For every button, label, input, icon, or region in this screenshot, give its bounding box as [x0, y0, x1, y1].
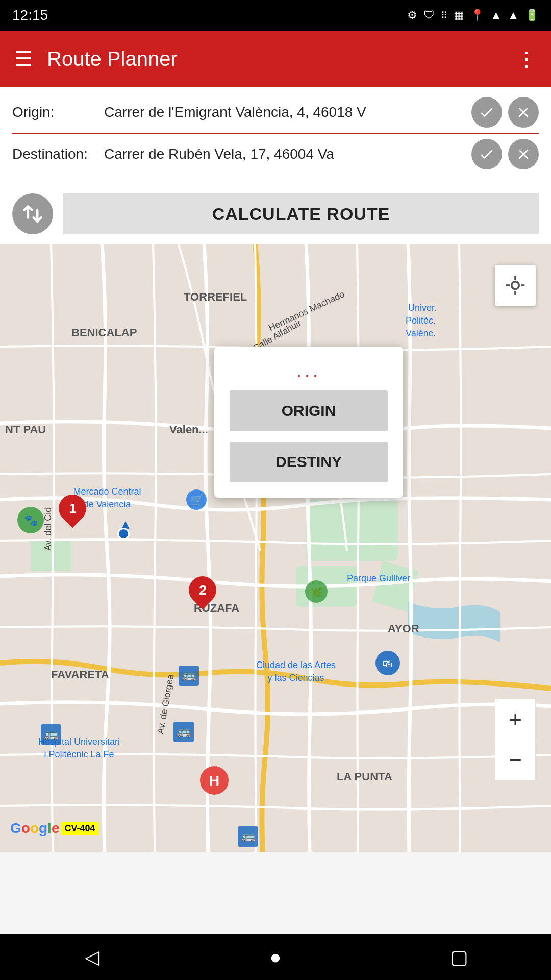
svg-text:🚌: 🚌 [182, 668, 196, 682]
svg-text:BENICALAP: BENICALAP [71, 326, 137, 339]
close-icon [515, 104, 532, 120]
home-nav-button[interactable]: ● [255, 937, 296, 977]
bottom-nav: ◁ ● ▢ [0, 934, 551, 980]
origin-row: Origin: [12, 97, 539, 134]
home-icon: ● [270, 946, 282, 968]
cv-badge: CV-404 [61, 822, 98, 835]
svg-text:Valènc.: Valènc. [406, 328, 436, 338]
svg-text:Ciudad de las Artes: Ciudad de las Artes [256, 660, 336, 670]
recents-icon: ▢ [450, 946, 468, 968]
status-icons: ⚙ 🛡 ⠿ ▦ 📍 ▲ ▲ 🔋 [407, 9, 539, 22]
svg-text:i Politècnic La Fe: i Politècnic La Fe [44, 749, 114, 760]
svg-text:H: H [209, 773, 219, 789]
destination-confirm-button[interactable] [471, 139, 502, 169]
svg-text:Valen...: Valen... [169, 423, 208, 436]
origin-clear-button[interactable] [508, 97, 539, 128]
popup-origin-button[interactable]: ORIGIN [230, 390, 388, 431]
destination-label: Destination: [12, 146, 104, 162]
svg-text:FAVARETA: FAVARETA [51, 668, 109, 681]
location-status-icon: 📍 [470, 9, 484, 22]
status-bar: 12:15 ⚙ 🛡 ⠿ ▦ 📍 ▲ ▲ 🔋 [0, 0, 551, 31]
destination-input[interactable] [104, 146, 465, 162]
svg-text:Av. del Cid: Av. del Cid [43, 507, 53, 551]
sim-icon: ▦ [454, 9, 464, 22]
shield-icon: 🛡 [423, 9, 435, 22]
svg-text:🐾: 🐾 [24, 513, 38, 527]
marker-1-number: 1 [69, 501, 76, 517]
network-icon: ⠿ [441, 10, 447, 21]
svg-text:🛍: 🛍 [383, 658, 393, 669]
battery-icon: 🔋 [525, 9, 539, 22]
route-controls: CALCULATE ROUTE [0, 185, 551, 244]
swap-button[interactable] [12, 193, 53, 234]
crosshair-icon [504, 274, 527, 297]
more-options-icon[interactable]: ⋮ [516, 47, 537, 70]
swap-icon [21, 203, 44, 225]
svg-text:Parque Gulliver: Parque Gulliver [347, 573, 410, 583]
map-background: BENICALAP TORREFIEL NT PAU RUZAFA FAVARE… [0, 244, 551, 852]
svg-rect-1 [306, 500, 398, 561]
svg-point-46 [512, 282, 519, 289]
recents-nav-button[interactable]: ▢ [439, 937, 480, 977]
svg-text:🚌: 🚌 [241, 829, 256, 843]
back-icon: ◁ [85, 946, 99, 968]
app-bar: ☰ Route Planner ⋮ [0, 31, 551, 87]
app-title: Route Planner [47, 47, 502, 70]
svg-text:Politèc.: Politèc. [406, 315, 436, 326]
close-icon [515, 146, 532, 162]
origin-confirm-button[interactable] [471, 97, 502, 128]
map-popup: ... ORIGIN DESTINY [214, 347, 403, 498]
calculate-route-button[interactable]: CALCULATE ROUTE [63, 193, 539, 234]
map-container[interactable]: BENICALAP TORREFIEL NT PAU RUZAFA FAVARE… [0, 244, 551, 852]
my-location-button[interactable] [495, 265, 536, 306]
destination-row: Destination: [12, 139, 539, 175]
status-time: 12:15 [12, 7, 48, 23]
destination-clear-button[interactable] [508, 139, 539, 169]
svg-text:TORREFIEL: TORREFIEL [184, 290, 247, 303]
svg-text:🌿: 🌿 [311, 587, 322, 598]
current-location-dot [117, 528, 130, 540]
zoom-in-button[interactable]: + [495, 699, 536, 740]
svg-text:🛒: 🛒 [190, 493, 204, 507]
svg-text:AYOR: AYOR [388, 622, 419, 635]
wifi-icon: ▲ [490, 9, 502, 22]
signal-icon: ▲ [508, 9, 519, 22]
zoom-controls: + − [495, 699, 536, 780]
svg-text:Univer.: Univer. [408, 303, 437, 313]
svg-text:NT PAU: NT PAU [5, 423, 46, 436]
marker-2-number: 2 [199, 582, 206, 598]
zoom-out-button[interactable]: − [495, 740, 536, 780]
menu-icon[interactable]: ☰ [14, 47, 33, 70]
back-nav-button[interactable]: ◁ [71, 937, 112, 977]
check-icon [479, 146, 495, 162]
origin-input[interactable] [104, 104, 465, 120]
svg-text:LA PUNTA: LA PUNTA [337, 770, 392, 783]
popup-dots: ... [296, 362, 321, 380]
destination-marker: 2 [189, 576, 216, 604]
popup-destiny-button[interactable]: DESTINY [230, 442, 388, 482]
svg-text:de Valencia: de Valencia [84, 499, 132, 509]
svg-text:🚌: 🚌 [44, 727, 59, 741]
svg-text:🚌: 🚌 [177, 724, 191, 738]
origin-label: Origin: [12, 104, 104, 120]
origin-marker: 1 [59, 495, 86, 522]
svg-text:y las Ciencias: y las Ciencias [267, 673, 324, 683]
settings-icon: ⚙ [407, 9, 417, 22]
check-icon [479, 104, 495, 120]
google-logo: G o o g l e CV-404 [10, 820, 98, 837]
input-area: Origin: Destination: [0, 87, 551, 185]
